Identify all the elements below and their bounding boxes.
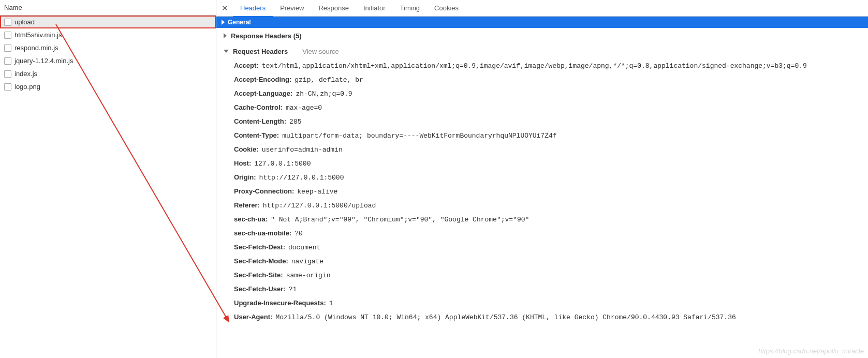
file-name: respond.min.js (14, 44, 58, 52)
header-line: sec-ch-ua:" Not A;Brand";v="99", "Chromi… (234, 213, 868, 227)
header-line: Sec-Fetch-Site:same-origin (234, 268, 868, 282)
file-icon (4, 57, 11, 65)
file-row[interactable]: upload (0, 16, 216, 28)
header-line: Sec-Fetch-Dest:document (234, 241, 868, 255)
header-value: 127.0.0.1:5000 (254, 157, 311, 171)
header-name: Sec-Fetch-User: (234, 282, 286, 296)
file-list: uploadhtml5shiv.min.jsrespond.min.jsjque… (0, 16, 216, 358)
file-icon (4, 83, 11, 91)
header-line: Referer:http://127.0.0.1:5000/upload (234, 199, 868, 213)
watermark: https://blog.csdn.net/apollo_miracle (758, 347, 864, 355)
header-line: User-Agent:Mozilla/5.0 (Windows NT 10.0;… (234, 310, 868, 324)
tab-cookies[interactable]: Cookies (427, 0, 466, 17)
header-value: zh-CN,zh;q=0.9 (296, 87, 352, 101)
header-value: Mozilla/5.0 (Windows NT 10.0; Win64; x64… (275, 311, 735, 324)
file-name: jquery-1.12.4.min.js (14, 57, 73, 65)
header-line: Accept-Language:zh-CN,zh;q=0.9 (234, 87, 868, 101)
header-line: Sec-Fetch-User:?1 (234, 282, 868, 296)
header-value: ?1 (289, 283, 297, 296)
header-value: same-origin (286, 269, 331, 282)
header-value: 285 (289, 115, 301, 129)
header-line: Accept-Encoding:gzip, deflate, br (234, 73, 868, 87)
header-name: Sec-Fetch-Site: (234, 268, 283, 282)
header-name: Accept-Encoding: (234, 73, 291, 86)
header-value: document (288, 241, 320, 255)
file-icon (4, 44, 11, 52)
file-icon (4, 70, 11, 78)
header-name: Accept: (234, 59, 259, 72)
header-name: Sec-Fetch-Dest: (234, 241, 285, 254)
column-header-name[interactable]: Name (0, 0, 216, 16)
header-value: text/html,application/xhtml+xml,applicat… (262, 59, 807, 73)
header-name: Referer: (234, 199, 260, 212)
header-line: Cookie:userinfo=admin-admin (234, 143, 868, 157)
file-name: upload (14, 18, 35, 26)
file-name: html5shiv.min.js (14, 31, 62, 39)
header-line: Host:127.0.0.1:5000 (234, 157, 868, 171)
header-line: sec-ch-ua-mobile:?0 (234, 227, 868, 241)
section-request-headers[interactable]: Request Headers View source (216, 43, 868, 59)
file-row[interactable]: logo.png (0, 80, 216, 93)
tab-initiator[interactable]: Initiator (356, 0, 393, 17)
header-name: Proxy-Connection: (234, 185, 294, 198)
header-line: Cache-Control:max-age=0 (234, 101, 868, 115)
header-line: Accept:text/html,application/xhtml+xml,a… (234, 59, 868, 73)
header-name: Origin: (234, 171, 256, 184)
header-line: Content-Length:285 (234, 115, 868, 129)
header-line: Content-Type:multipart/form-data; bounda… (234, 129, 868, 143)
section-request-headers-label: Request Headers (233, 48, 288, 55)
header-name: Upgrade-Insecure-Requests: (234, 296, 326, 310)
section-response-headers[interactable]: Response Headers (5) (216, 28, 868, 43)
header-value: ?0 (295, 227, 303, 241)
header-name: Cache-Control: (234, 101, 283, 114)
header-name: sec-ch-ua-mobile: (234, 227, 291, 240)
header-name: Cookie: (234, 143, 259, 156)
header-name: sec-ch-ua: (234, 213, 268, 226)
header-line: Sec-Fetch-Mode:navigate (234, 255, 868, 268)
tab-headers[interactable]: Headers (233, 0, 273, 17)
header-value: http://127.0.0.1:5000 (259, 171, 344, 185)
file-icon (4, 19, 11, 26)
network-file-panel: Name uploadhtml5shiv.min.jsrespond.min.j… (0, 0, 216, 358)
header-name: Host: (234, 157, 251, 170)
file-row[interactable]: html5shiv.min.js (0, 28, 216, 41)
header-name: Accept-Language: (234, 87, 292, 100)
header-name: User-Agent: (234, 310, 272, 324)
header-value: multipart/form-data; boundary=----WebKit… (282, 129, 557, 143)
tabs-bar: ✕ HeadersPreviewResponseInitiatorTimingC… (216, 0, 868, 17)
close-icon[interactable]: ✕ (219, 3, 230, 13)
header-value: keep-alive (297, 185, 337, 199)
header-name: Content-Length: (234, 115, 286, 128)
section-general-label: General (228, 17, 251, 28)
tab-preview[interactable]: Preview (273, 0, 311, 17)
tab-timing[interactable]: Timing (393, 0, 428, 17)
caret-right-icon (224, 33, 227, 38)
section-general[interactable]: General (216, 17, 868, 28)
header-value: 1 (329, 297, 333, 310)
file-row[interactable]: index.js (0, 67, 216, 80)
file-row[interactable]: respond.min.js (0, 41, 216, 54)
header-value: max-age=0 (286, 101, 322, 115)
header-value: " Not A;Brand";v="99", "Chromium";v="90"… (271, 213, 529, 227)
details-panel: ✕ HeadersPreviewResponseInitiatorTimingC… (216, 0, 868, 358)
caret-right-icon (222, 20, 225, 25)
header-name: Content-Type: (234, 129, 279, 142)
header-line: Proxy-Connection:keep-alive (234, 185, 868, 199)
header-value: gzip, deflate, br (295, 73, 363, 87)
header-name: Sec-Fetch-Mode: (234, 255, 288, 268)
section-response-headers-label: Response Headers (5) (231, 32, 302, 40)
header-value: navigate (291, 255, 323, 268)
header-value: userinfo=admin-admin (262, 143, 343, 157)
file-name: index.js (14, 70, 37, 78)
request-headers-body: Accept:text/html,application/xhtml+xml,a… (216, 59, 868, 324)
file-icon (4, 32, 11, 39)
header-value: http://127.0.0.1:5000/upload (263, 199, 376, 213)
header-line: Origin:http://127.0.0.1:5000 (234, 171, 868, 185)
tab-response[interactable]: Response (311, 0, 356, 17)
view-source-link[interactable]: View source (302, 48, 339, 55)
caret-down-icon (224, 50, 229, 53)
file-row[interactable]: jquery-1.12.4.min.js (0, 54, 216, 67)
header-line: Upgrade-Insecure-Requests:1 (234, 296, 868, 310)
file-name: logo.png (14, 83, 40, 91)
